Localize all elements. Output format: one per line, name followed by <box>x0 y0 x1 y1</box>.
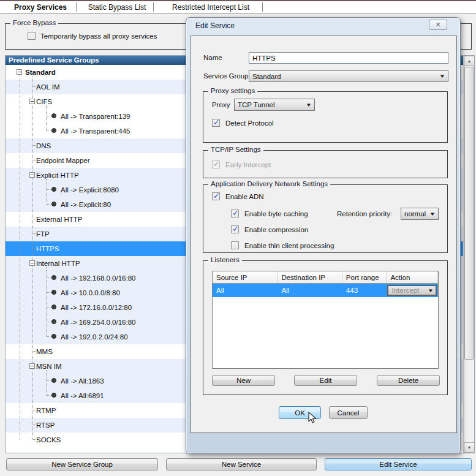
new-service-button[interactable]: New Service <box>166 458 317 470</box>
enable-adn-checkbox[interactable] <box>212 192 220 200</box>
retention-priority-value: normal <box>404 210 426 217</box>
byte-caching-label: Enable byte caching <box>244 210 308 217</box>
tree-guide-line <box>46 105 47 131</box>
tree-connector <box>46 336 51 337</box>
tcpip-settings-title: TCP/IP Settings <box>208 146 263 153</box>
tree-connector <box>46 116 51 116</box>
service-group-value: Standard <box>252 73 281 80</box>
tree-collapse-icon[interactable] <box>17 69 22 75</box>
chevron-down-icon: ▼ <box>429 211 436 217</box>
retention-priority-dropdown[interactable]: normal ▼ <box>401 208 439 220</box>
listener-column-header[interactable]: Source IP <box>213 271 278 284</box>
tree-row-label: DNS <box>36 142 51 149</box>
scroll-up-icon[interactable]: ▲ <box>464 56 475 66</box>
tree-row-label: All -> 192.168.0.0/16:80 <box>61 274 135 282</box>
listener-bullet-icon <box>51 290 56 295</box>
tree-connector <box>46 395 51 396</box>
name-label: Name <box>203 54 222 61</box>
proxy-settings-group: Proxy settings Proxy TCP Tunnel ▼ Detect… <box>203 91 448 143</box>
tab-proxy-services[interactable]: Proxy Services <box>10 1 71 13</box>
listener-bullet-icon <box>51 202 56 206</box>
listener-bullet-icon <box>51 187 56 192</box>
service-group-dropdown[interactable]: Standard ▼ <box>249 70 448 82</box>
tree-connector <box>46 189 51 190</box>
scrollbar-thumb[interactable] <box>464 67 474 360</box>
tree-collapse-icon[interactable] <box>29 99 35 104</box>
listener-cell: 443 <box>342 284 387 297</box>
adn-settings-group: Application Delivery Network Settings En… <box>203 184 448 253</box>
scroll-down-icon[interactable]: ▼ <box>464 442 475 453</box>
proxy-value: TCP Tunnel <box>238 101 275 108</box>
detect-protocol-label: Detect Protocol <box>225 119 274 127</box>
listener-action-cell: Intercept▼ <box>387 284 438 297</box>
listener-delete-button[interactable]: Delete <box>377 375 440 386</box>
listener-column-header[interactable]: Destination IP <box>278 271 342 284</box>
tree-row-label: RTMP <box>36 407 56 414</box>
proxy-label: Proxy <box>212 101 230 108</box>
tree-row-label: External HTTP <box>36 216 82 223</box>
force-bypass-title: Force Bypass <box>10 19 58 26</box>
tree-connector <box>46 307 51 308</box>
edit-service-button[interactable]: Edit Service <box>325 458 472 470</box>
tree-collapse-icon[interactable] <box>29 363 35 369</box>
listener-new-button[interactable]: New <box>212 375 275 386</box>
tree-connector <box>46 380 51 381</box>
tab-separator <box>262 2 263 12</box>
tab-restricted-intercept-list[interactable]: Restricted Intercept List <box>163 1 259 13</box>
tree-row-label: RTSP <box>36 421 55 429</box>
name-input[interactable]: HTTPS <box>249 52 448 64</box>
listeners-title: Listeners <box>208 256 242 263</box>
listener-column-header[interactable]: Port range <box>342 271 387 284</box>
action-dropdown[interactable]: Intercept▼ <box>387 285 437 296</box>
tree-guide-line <box>46 267 47 337</box>
compression-checkbox[interactable] <box>231 225 239 233</box>
tree-collapse-icon[interactable] <box>29 172 35 178</box>
close-icon[interactable]: ✕ <box>429 20 447 30</box>
tab-separator <box>153 2 154 12</box>
detect-protocol-checkbox[interactable] <box>212 119 220 127</box>
thin-client-checkbox[interactable] <box>231 241 239 249</box>
tree-row-label: All -> 192.0.2.0/24:80 <box>61 333 128 341</box>
tree-collapse-icon[interactable] <box>29 260 35 266</box>
service-group-label: Service Group <box>203 72 249 80</box>
tree-row-label: SOCKS <box>36 436 61 444</box>
chevron-down-icon: ▼ <box>306 102 312 108</box>
tree-row-label: All -> 172.16.0.0/12:80 <box>61 304 132 311</box>
tree-guide-line <box>20 72 20 440</box>
listener-bullet-icon <box>51 319 56 324</box>
tree-connector <box>46 204 51 205</box>
action-value: Intercept <box>391 287 419 294</box>
mouse-cursor <box>308 412 319 425</box>
tree-row-label: MSN IM <box>36 363 62 370</box>
listener-column-header[interactable]: Action <box>387 271 438 284</box>
cancel-button[interactable]: Cancel <box>329 406 368 419</box>
tcpip-settings-group: TCP/IP Settings Early Intercept <box>203 150 448 178</box>
listener-bullet-icon <box>51 304 56 309</box>
dialog-title: Edit Service <box>195 21 235 30</box>
tree-connector <box>46 292 51 293</box>
listener-row[interactable]: AllAll443Intercept▼ <box>213 284 438 297</box>
tree-row-label: All -> Explicit:8080 <box>61 186 119 194</box>
tree-scrollbar[interactable]: ▲ ▼ <box>463 56 474 453</box>
listener-edit-button[interactable]: Edit <box>294 375 357 386</box>
force-bypass-checkbox[interactable] <box>28 32 36 40</box>
new-service-group-button[interactable]: New Service Group <box>6 458 158 470</box>
listeners-table-header: Source IPDestination IPPort rangeAction <box>213 271 438 284</box>
chevron-down-icon: ▼ <box>427 288 433 293</box>
byte-caching-checkbox[interactable] <box>231 210 239 217</box>
proxy-dropdown[interactable]: TCP Tunnel ▼ <box>234 99 315 111</box>
tree-row-label: All -> 10.0.0.0/8:80 <box>61 289 120 297</box>
tree-row-label: All -> All:1863 <box>61 377 104 385</box>
tree-row-label: All -> Transparent:445 <box>61 127 130 135</box>
tab-static-bypass-list[interactable]: Static Bypass List <box>83 1 151 13</box>
tree-row-label: Endpoint Mapper <box>36 157 90 164</box>
tree-row-label: HTTPS <box>36 245 59 252</box>
listeners-table: Source IPDestination IPPort rangeAction … <box>212 271 439 369</box>
early-intercept-checkbox <box>212 161 220 168</box>
tree-row-label: AOL IM <box>36 83 60 91</box>
listener-cell: All <box>278 284 342 297</box>
tab-separator <box>76 2 77 12</box>
listener-bullet-icon <box>51 113 56 118</box>
proxy-services-window: Proxy Services Static Bypass List Restri… <box>0 0 476 476</box>
tab-bar: Proxy Services Static Bypass List Restri… <box>0 0 476 13</box>
